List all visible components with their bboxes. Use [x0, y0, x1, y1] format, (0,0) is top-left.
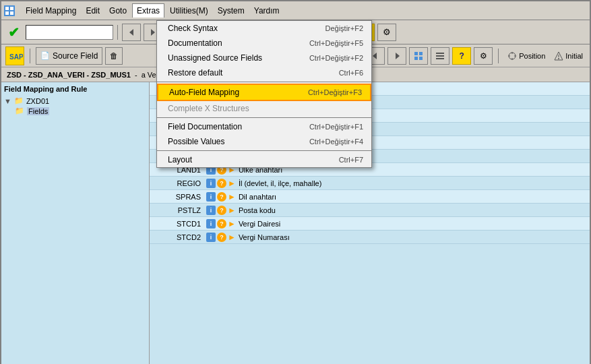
nav-right-btn[interactable] — [387, 47, 406, 65]
grid-btn[interactable] — [409, 47, 428, 65]
svg-rect-31 — [436, 53, 444, 54]
table-row[interactable]: REGIO i ? ► İl (devlet, il, ilçe, mahall… — [150, 177, 590, 190]
field-desc: Dil anahtarı — [239, 193, 276, 201]
delete-icon: 🗑 — [110, 51, 118, 61]
main-window: Field Mapping Edit Goto Extras Utilities… — [0, 0, 591, 364]
settings2-icon: ⚙ — [480, 51, 487, 61]
checkmark-btn[interactable]: ✔ — [4, 23, 23, 42]
initial-label: Initial — [565, 52, 583, 60]
question-icon[interactable]: ? — [217, 179, 226, 188]
menu-item-check-syntax[interactable]: Check SyntaxDeğiştir+F2 — [157, 21, 371, 36]
menu-item-shortcut: Ctrl+Değiştir+F5 — [309, 39, 363, 47]
prev-page-btn[interactable] — [122, 24, 141, 41]
menu-item-auto-field-mapping[interactable]: Auto-Field MappingCtrl+Değiştir+F3 — [157, 84, 371, 101]
folder-icon: 📁 — [14, 96, 24, 105]
field-icons: i ? ► — [206, 192, 236, 202]
table-row[interactable]: STCD1 i ? ► Vergi Dairesi — [150, 217, 590, 231]
menu-field-mapping[interactable]: Field Mapping — [22, 4, 80, 18]
tree-folder-icon: 📁 — [15, 107, 24, 115]
page-icon: 📄 — [40, 51, 50, 60]
arrow-icon[interactable]: ► — [228, 219, 236, 229]
info-icon[interactable]: i — [206, 179, 216, 188]
question-icon[interactable]: ? — [217, 233, 226, 242]
field-icons: i ? ► — [206, 206, 236, 215]
checkmark-icon: ✔ — [8, 24, 20, 40]
tree-title: Field Mapping and Rule — [4, 85, 146, 93]
svg-marker-25 — [373, 53, 377, 59]
list-btn[interactable] — [431, 47, 449, 65]
menu-edit[interactable]: Edit — [82, 4, 104, 18]
menu-item-label: Check Syntax — [168, 24, 218, 33]
delete-btn[interactable]: 🗑 — [105, 47, 123, 65]
table-row[interactable]: PSTLZ i ? ► Posta kodu — [150, 204, 590, 217]
sap-logo[interactable]: SAP — [5, 47, 24, 65]
tree-panel: Field Mapping and Rule ▼ 📁 ZXD01 📁 Field… — [1, 82, 150, 364]
svg-text:SAP: SAP — [9, 53, 23, 61]
arrow-icon[interactable]: ► — [228, 179, 236, 188]
field-name: REGIO — [152, 179, 206, 187]
question-icon[interactable]: ? — [217, 192, 226, 202]
menu-item-complete-x-structures: Complete X Structures — [157, 101, 371, 116]
svg-rect-32 — [436, 55, 444, 57]
table-row[interactable]: SPRAS i ? ► Dil anahtarı — [150, 190, 590, 204]
menubar-left — [4, 5, 15, 16]
field-name: STCD2 — [152, 233, 206, 241]
menu-yardim[interactable]: Yardım — [250, 4, 284, 18]
svg-rect-28 — [419, 52, 423, 55]
svg-rect-3 — [10, 11, 13, 15]
menu-item-shortcut: Ctrl+Değiştir+F2 — [309, 54, 363, 62]
tree-root-label: ZXD01 — [26, 97, 49, 105]
position-btn[interactable]: Position — [504, 49, 549, 63]
menu-item-label: Possible Values — [168, 137, 225, 146]
question-icon[interactable]: ? — [217, 219, 226, 229]
menu-item-unassigned-source-fields[interactable]: Unassigned Source FieldsCtrl+Değiştir+F2 — [157, 51, 371, 65]
svg-marker-4 — [129, 29, 133, 36]
menu-utilities[interactable]: Utilities(M) — [166, 4, 212, 18]
menu-item-label: Auto-Field Mapping — [169, 88, 239, 97]
source-field-label: Source Field — [53, 51, 98, 61]
menu-item-documentation[interactable]: DocumentationCtrl+Değiştir+F5 — [157, 36, 371, 51]
menu-separator — [157, 150, 371, 151]
svg-marker-5 — [151, 29, 155, 36]
settings-icon: ⚙ — [383, 27, 391, 37]
arrow-icon[interactable]: ► — [228, 233, 236, 242]
menu-item-label: Unassigned Source Fields — [168, 53, 262, 63]
menu-item-shortcut: Ctrl+Değiştir+F4 — [309, 138, 363, 146]
menu-item-restore-default[interactable]: Restore defaultCtrl+F6 — [157, 65, 371, 80]
help2-btn[interactable]: ? — [452, 47, 471, 65]
menu-extras[interactable]: Extras — [132, 3, 164, 18]
info-icon[interactable]: i — [206, 219, 216, 229]
menu-system[interactable]: System — [214, 4, 249, 18]
extras-dropdown: Check SyntaxDeğiştir+F2DocumentationCtrl… — [156, 20, 372, 168]
menubar: Field Mapping Edit Goto Extras Utilities… — [1, 1, 590, 20]
arrow-icon[interactable]: ► — [228, 192, 236, 202]
info-icon[interactable]: i — [206, 192, 216, 202]
menu-item-label: Field Documentation — [168, 122, 242, 131]
svg-rect-27 — [414, 52, 418, 55]
breadcrumb-sep: - — [135, 71, 137, 79]
tree-collapse-icon: ▼ — [4, 97, 11, 105]
app-icon — [4, 5, 15, 16]
info-icon[interactable]: i — [206, 233, 216, 242]
position-label: Position — [519, 52, 545, 60]
info-icon[interactable]: i — [206, 206, 216, 215]
settings-btn[interactable]: ⚙ — [377, 24, 396, 41]
menu-item-possible-values[interactable]: Possible ValuesCtrl+Değiştir+F4 — [157, 134, 371, 149]
tree-root[interactable]: ▼ 📁 ZXD01 — [4, 96, 146, 106]
source-field-btn[interactable]: 📄 Source Field — [36, 47, 102, 65]
table-row[interactable]: STCD2 i ? ► Vergi Numarası — [150, 231, 590, 244]
question-icon[interactable]: ? — [217, 206, 226, 215]
tree-fields[interactable]: 📁 Fields — [4, 106, 146, 116]
initial-btn[interactable]: Initial — [551, 50, 586, 62]
menu-item-layout[interactable]: LayoutCtrl+F7 — [157, 152, 371, 167]
sep2 — [498, 49, 499, 63]
command-input[interactable] — [26, 25, 113, 40]
menu-goto[interactable]: Goto — [105, 4, 131, 18]
svg-rect-1 — [10, 7, 13, 10]
menu-item-shortcut: Ctrl+Değiştir+F1 — [309, 123, 363, 131]
menu-item-field-documentation[interactable]: Field DocumentationCtrl+Değiştir+F1 — [157, 119, 371, 134]
settings2-btn[interactable]: ⚙ — [474, 47, 493, 65]
arrow-icon[interactable]: ► — [228, 206, 236, 215]
svg-rect-29 — [414, 57, 418, 60]
sep — [30, 49, 30, 63]
